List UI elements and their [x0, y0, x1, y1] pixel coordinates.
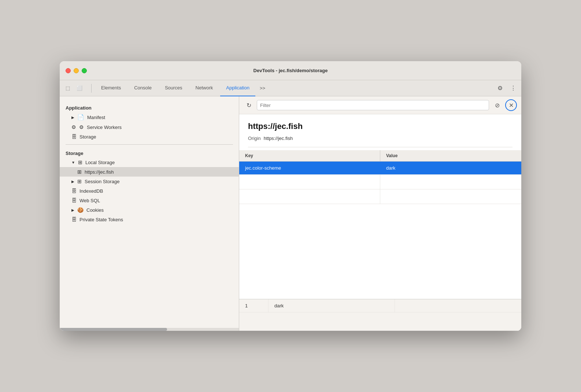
detail-section: 1 dark [239, 299, 521, 331]
storage-section-label: Storage [60, 148, 239, 158]
app-section-label: Application [60, 102, 239, 112]
col-value: Value [380, 150, 521, 161]
sidebar: Application ▶ 📄 Manifest ⚙ ⚙ Service Wor… [60, 96, 239, 331]
cursor-icon-btn[interactable]: ⬚ [63, 83, 73, 93]
close-circle-btn[interactable]: ✕ [505, 99, 517, 111]
detail-row-num: 1 [239, 299, 269, 312]
origin-header: https://jec.fish Origin https://jec.fish [239, 114, 521, 150]
manifest-chevron: ▶ [71, 115, 74, 119]
cursor-icon: ⬚ [66, 85, 70, 91]
origin-title: https://jec.fish [248, 122, 512, 131]
local-storage-url-icon: ⊞ [77, 169, 82, 175]
fullscreen-button[interactable] [82, 68, 87, 73]
more-tabs-btn[interactable]: >> [257, 83, 268, 93]
sidebar-item-session-storage[interactable]: ▶ ⊞ Session Storage [60, 177, 239, 186]
detail-row: 1 dark [239, 299, 521, 313]
settings-btn[interactable]: ⚙ [495, 83, 505, 93]
empty-key2 [239, 189, 380, 204]
device-icon: ⬜ [77, 85, 82, 91]
sidebar-divider [66, 144, 233, 145]
tab-application[interactable]: Application [220, 80, 255, 96]
service-workers-icon: ⚙ [71, 124, 76, 130]
content-toolbar: ↻ ⊘ ✕ [239, 96, 521, 114]
indexeddb-icon: 🗄 [71, 188, 77, 194]
sidebar-scrollbar[interactable] [60, 328, 239, 331]
minimize-button[interactable] [74, 68, 79, 73]
tab-network[interactable]: Network [190, 80, 219, 96]
refresh-btn[interactable]: ↻ [244, 100, 254, 110]
service-workers-icon2: ⚙ [79, 124, 84, 130]
session-storage-icon: ⊞ [77, 178, 82, 184]
sidebar-item-cookies[interactable]: ▶ 🍪 Cookies [60, 205, 239, 215]
toolbar-right: ⚙ ⋮ [495, 83, 518, 93]
table-row-empty1 [239, 175, 521, 189]
toolbar: ⬚ ⬜ Elements Console Sources Network App… [60, 80, 521, 96]
col-key: Key [239, 150, 380, 161]
table-header: Key Value [239, 150, 521, 162]
sidebar-item-local-storage-url[interactable]: ⊞ https://jec.fish [60, 167, 239, 177]
settings-icon: ⚙ [497, 85, 503, 92]
detail-empty [395, 299, 521, 312]
table-row[interactable]: jec.color-scheme dark [239, 162, 521, 175]
cookies-icon: 🍪 [77, 207, 84, 213]
cookies-chevron: ▶ [71, 208, 74, 212]
sidebar-item-private-state-tokens[interactable]: 🗄 Private State Tokens [60, 215, 239, 224]
row-value: dark [380, 162, 521, 174]
table-row-empty2 [239, 189, 521, 204]
traffic-lights [66, 68, 87, 73]
more-options-icon: ⋮ [510, 85, 516, 92]
empty-val1 [380, 175, 521, 189]
sidebar-item-indexeddb[interactable]: 🗄 IndexedDB [60, 186, 239, 196]
web-sql-icon: 🗄 [71, 197, 77, 203]
scrollbar-thumb [60, 328, 167, 331]
close-button[interactable] [66, 68, 71, 73]
session-storage-chevron: ▶ [71, 180, 74, 184]
origin-value: https://jec.fish [264, 136, 293, 141]
sidebar-item-web-sql[interactable]: 🗄 Web SQL [60, 196, 239, 205]
local-storage-icon: ⊞ [78, 159, 82, 165]
tab-console[interactable]: Console [128, 80, 158, 96]
local-storage-chevron: ▼ [71, 160, 75, 164]
detail-spacer [239, 313, 521, 331]
sidebar-item-storage-app[interactable]: 🗄 Storage [60, 132, 239, 141]
refresh-icon: ↻ [247, 102, 251, 109]
clear-filter-btn[interactable]: ⊘ [492, 100, 502, 110]
storage-table: Key Value jec.color-scheme dark [239, 150, 521, 299]
empty-val2 [380, 189, 521, 204]
tab-elements[interactable]: Elements [95, 80, 127, 96]
sidebar-item-manifest[interactable]: ▶ 📄 Manifest [60, 112, 239, 122]
sidebar-item-service-workers[interactable]: ⚙ ⚙ Service Workers [60, 122, 239, 132]
manifest-icon: 📄 [77, 114, 84, 121]
row-key: jec.color-scheme [239, 162, 380, 174]
x-icon: ✕ [509, 102, 514, 109]
origin-row: Origin https://jec.fish [248, 136, 512, 147]
toolbar-icons: ⬚ ⬜ [63, 83, 85, 93]
devtools-window: DevTools - jec.fish/demo/storage ⬚ ⬜ Ele… [60, 61, 521, 331]
toolbar-divider [91, 84, 92, 93]
empty-key1 [239, 175, 380, 189]
device-icon-btn[interactable]: ⬜ [74, 83, 85, 93]
content-panel: ↻ ⊘ ✕ https://jec.fish Origin https://je… [239, 96, 521, 331]
filter-input[interactable] [257, 100, 489, 110]
more-options-btn[interactable]: ⋮ [508, 83, 518, 93]
clear-icon: ⊘ [495, 102, 500, 109]
origin-label: Origin [248, 136, 261, 141]
main-area: Application ▶ 📄 Manifest ⚙ ⚙ Service Wor… [60, 96, 521, 331]
storage-app-icon: 🗄 [71, 134, 77, 140]
title-bar: DevTools - jec.fish/demo/storage [60, 61, 521, 80]
window-title: DevTools - jec.fish/demo/storage [254, 68, 328, 73]
sidebar-item-local-storage[interactable]: ▼ ⊞ Local Storage [60, 158, 239, 167]
tab-sources[interactable]: Sources [159, 80, 188, 96]
private-state-tokens-icon: 🗄 [71, 217, 77, 222]
detail-value: dark [269, 299, 395, 312]
